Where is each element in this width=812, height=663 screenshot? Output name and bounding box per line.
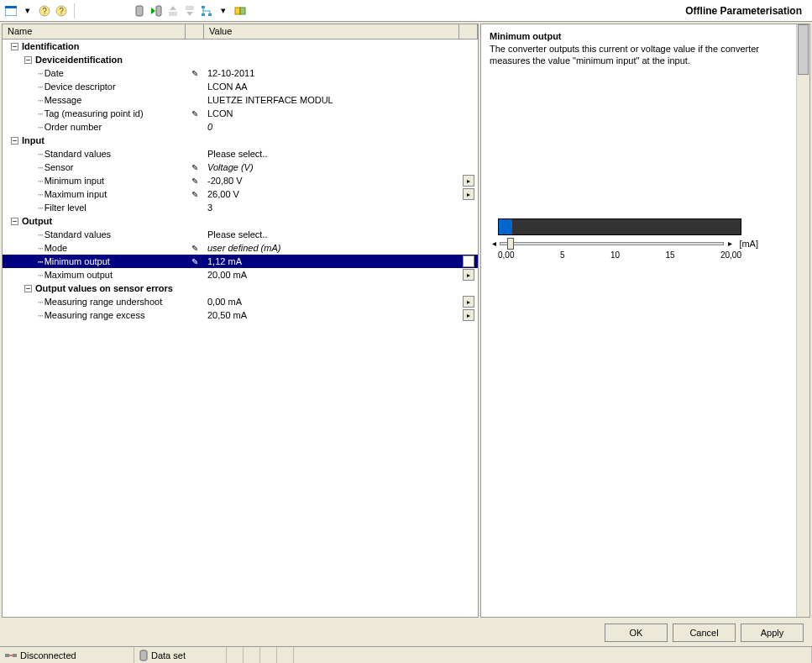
collapse-icon[interactable]: −: [11, 137, 18, 145]
svg-text:?: ?: [42, 7, 47, 16]
svg-rect-8: [156, 6, 161, 16]
detail-title: Minimum output: [490, 31, 788, 41]
svg-rect-11: [186, 6, 194, 10]
disconnected-icon: [5, 651, 17, 660]
svg-rect-1: [5, 6, 17, 8]
value-bar: [498, 218, 741, 235]
action-button[interactable]: ▸: [463, 255, 474, 267]
param-msg[interactable]: Message: [45, 95, 82, 105]
action-button[interactable]: ▸: [463, 175, 474, 187]
help2-icon[interactable]: ?: [54, 3, 69, 18]
node-errors[interactable]: Output values on sensor errors: [35, 283, 173, 293]
scrollbar[interactable]: [796, 24, 809, 617]
svg-rect-18: [5, 654, 9, 657]
node-input[interactable]: Input: [22, 135, 45, 145]
svg-marker-10: [170, 6, 176, 10]
dropdown-icon[interactable]: ▾: [20, 3, 35, 18]
apply-button[interactable]: Apply: [741, 624, 804, 642]
svg-text:?: ?: [59, 7, 64, 16]
action-button[interactable]: ▸: [463, 309, 474, 321]
param-order[interactable]: Order number: [45, 122, 102, 132]
svg-rect-21: [140, 650, 147, 660]
pencil-icon: ✎: [191, 109, 198, 118]
svg-rect-6: [136, 6, 143, 16]
dataset-icon: [139, 650, 148, 661]
param-sensor[interactable]: Sensor: [45, 162, 74, 172]
svg-rect-14: [202, 13, 205, 16]
ok-button[interactable]: OK: [605, 624, 668, 642]
param-under[interactable]: Measuring range undershoot: [45, 297, 163, 307]
svg-rect-19: [13, 654, 17, 657]
pencil-icon: ✎: [191, 163, 198, 172]
slider-ticks: 0,005101520,00: [498, 250, 741, 260]
node-output[interactable]: Output: [22, 216, 52, 226]
pencil-icon: ✎: [191, 244, 198, 253]
param-minin[interactable]: Minimum input: [45, 176, 105, 186]
pencil-icon: ✎: [191, 257, 198, 266]
svg-rect-17: [240, 8, 245, 14]
tree-icon[interactable]: [199, 3, 214, 18]
param-mode[interactable]: Mode: [45, 243, 68, 253]
svg-rect-16: [235, 8, 240, 14]
detail-panel: Minimum output The converter outputs thi…: [480, 24, 810, 618]
action-button[interactable]: ▸: [463, 269, 474, 281]
slider-right-icon[interactable]: ▸: [726, 239, 734, 248]
status-dataset: Data set: [151, 650, 186, 660]
svg-marker-7: [151, 8, 155, 14]
compare-icon[interactable]: [233, 3, 248, 18]
dropdown2-icon[interactable]: ▾: [216, 3, 231, 18]
param-filter[interactable]: Filter level: [45, 203, 86, 213]
param-std[interactable]: Standard values: [45, 149, 112, 159]
param-ostd[interactable]: Standard values: [45, 229, 112, 239]
detail-desc: The converter outputs this current or vo…: [490, 43, 788, 67]
pencil-icon: ✎: [191, 176, 198, 186]
slider-unit: [mA]: [739, 239, 758, 249]
node-identification[interactable]: Identification: [22, 41, 79, 51]
window-icon[interactable]: [3, 3, 18, 18]
download-icon[interactable]: [182, 3, 197, 18]
param-over[interactable]: Measuring range excess: [45, 310, 145, 320]
pencil-icon: ✎: [191, 190, 198, 199]
action-button[interactable]: ▸: [463, 188, 474, 200]
svg-marker-12: [186, 12, 193, 16]
svg-rect-15: [208, 13, 212, 16]
mode-label: Offline Parameterisation: [685, 5, 809, 17]
param-maxout[interactable]: Maximum output: [45, 270, 113, 280]
svg-rect-13: [202, 6, 205, 8]
param-desc[interactable]: Device descriptor: [45, 82, 116, 92]
play-device-icon[interactable]: [149, 3, 164, 18]
collapse-icon[interactable]: −: [24, 285, 32, 292]
button-bar: OK Cancel Apply: [0, 619, 812, 646]
param-minout[interactable]: Minimum output: [45, 256, 110, 266]
collapse-icon[interactable]: −: [11, 218, 18, 225]
cancel-button[interactable]: Cancel: [673, 624, 736, 642]
status-bar: Disconnected Data set: [0, 646, 812, 663]
node-devid[interactable]: Deviceidentification: [35, 55, 123, 65]
param-maxin[interactable]: Maximum input: [45, 189, 107, 199]
help-icon[interactable]: ?: [37, 3, 52, 18]
collapse-icon[interactable]: −: [24, 56, 32, 64]
pencil-icon: ✎: [191, 69, 198, 78]
svg-rect-9: [169, 12, 177, 16]
col-value[interactable]: Value: [204, 24, 459, 39]
value-slider[interactable]: [500, 242, 724, 245]
collapse-icon[interactable]: −: [11, 43, 18, 50]
parameter-tree: Name Value −Identification −Deviceidenti…: [2, 24, 479, 618]
device-icon[interactable]: [132, 3, 147, 18]
slider-left-icon[interactable]: ◂: [490, 239, 498, 248]
action-button[interactable]: ▸: [463, 296, 474, 308]
col-name[interactable]: Name: [3, 24, 186, 39]
param-date[interactable]: Date: [45, 68, 64, 78]
param-tag[interactable]: Tag (measuring point id): [45, 108, 144, 118]
upload-icon[interactable]: [165, 3, 181, 18]
toolbar: ▾ ? ? ▾ Offline Parameterisation: [0, 0, 812, 22]
status-connection: Disconnected: [20, 650, 76, 660]
